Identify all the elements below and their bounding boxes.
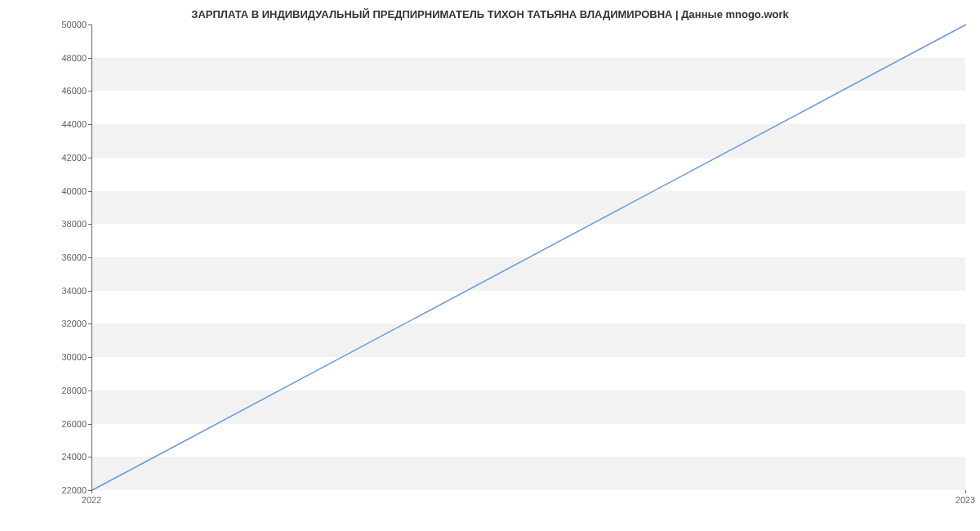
y-tick-mark (88, 58, 91, 59)
y-tick-mark (88, 457, 91, 457)
y-tick-label: 50000 (46, 20, 87, 29)
y-tick-label: 32000 (46, 319, 87, 328)
chart-title: ЗАРПЛАТА В ИНДИВИДУАЛЬНЫЙ ПРЕДПИРНИМАТЕЛ… (0, 8, 980, 20)
data-line (92, 25, 965, 489)
y-tick-mark (88, 357, 91, 358)
y-tick-mark (88, 291, 91, 292)
y-tick-label: 22000 (46, 485, 87, 495)
y-tick-mark (88, 390, 91, 391)
y-tick-label: 42000 (46, 153, 87, 163)
y-tick-mark (88, 158, 91, 158)
x-tick-mark (965, 490, 966, 493)
y-tick-label: 48000 (46, 53, 87, 63)
x-tick-label: 2022 (82, 495, 101, 505)
y-tick-label: 28000 (46, 386, 87, 395)
y-tick-mark (88, 191, 91, 192)
y-tick-label: 30000 (46, 352, 87, 362)
y-tick-mark (88, 25, 91, 25)
y-tick-label: 26000 (46, 419, 87, 429)
y-tick-mark (88, 424, 91, 425)
y-tick-label: 34000 (46, 286, 87, 296)
y-tick-label: 24000 (46, 452, 87, 462)
x-tick-label: 2023 (956, 495, 975, 505)
y-tick-label: 36000 (46, 252, 87, 262)
y-tick-mark (88, 224, 91, 225)
y-tick-label: 40000 (46, 186, 87, 196)
y-tick-label: 38000 (46, 219, 87, 229)
y-tick-mark (88, 257, 91, 258)
y-tick-mark (88, 124, 91, 125)
x-tick-mark (91, 490, 92, 493)
plot-area (91, 25, 965, 490)
y-tick-mark (88, 324, 91, 324)
y-tick-label: 46000 (46, 86, 87, 96)
y-tick-label: 44000 (46, 119, 87, 129)
y-tick-mark (88, 91, 91, 91)
